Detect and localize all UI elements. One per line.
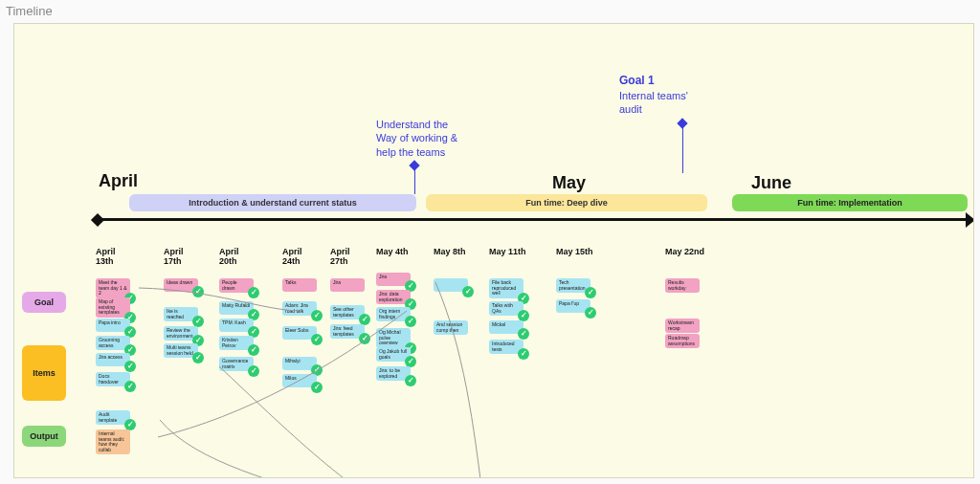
date-header: April 27th <box>330 248 370 267</box>
timeline-card[interactable]: Jira <box>330 278 365 292</box>
check-icon: ✓ <box>462 286 474 297</box>
marker-title: Goal 1 <box>619 74 744 89</box>
check-icon: ✓ <box>124 381 136 392</box>
timeline-card[interactable]: Talks <box>282 278 317 292</box>
timeline-card[interactable]: Jira: feed templates✓ <box>330 324 365 339</box>
legend-items: Items <box>22 345 66 401</box>
date-header: April 24th <box>282 248 323 267</box>
timeline-card[interactable]: Multi teams session held✓ <box>164 343 198 358</box>
phase-bar-implementation: Fun time: Implementation <box>732 194 968 211</box>
marker-text: Understand the Way of working & help the… <box>376 118 491 159</box>
timeline-card[interactable]: Internal teams audit: how they collab <box>96 429 130 454</box>
check-icon: ✓ <box>248 287 259 298</box>
timeline-card[interactable]: Jira✓ <box>376 273 411 286</box>
timeline-card[interactable]: Matty Rufaldi✓ <box>219 301 254 315</box>
timeline-card[interactable]: Meet the team day 1 & 2✓ <box>96 278 130 298</box>
check-icon: ✓ <box>192 286 204 297</box>
check-icon: ✓ <box>585 307 596 319</box>
date-header: May 11th <box>489 248 529 257</box>
timeline-card[interactable]: Tech presentation✓ <box>556 278 590 293</box>
timeline-card[interactable]: Governance matrix✓ <box>219 357 254 371</box>
timeline-card[interactable]: Jira: data exploration✓ <box>376 290 411 304</box>
timeline-card[interactable]: TPM: Kash✓ <box>219 319 254 332</box>
marker-subtext: Internal teams' audit <box>619 89 744 117</box>
timeline-card[interactable]: Mickal✓ <box>489 320 523 334</box>
timeline-card[interactable]: Papa f'up✓ <box>556 299 590 313</box>
date-header: May 8th <box>434 248 474 257</box>
timeline-card[interactable]: Docs handover✓ <box>96 372 130 386</box>
check-icon: ✓ <box>248 344 259 356</box>
date-header: May 15th <box>556 248 596 257</box>
timeline-card[interactable]: Og Michal pulse overview✓ <box>376 328 411 348</box>
month-label-june: June <box>751 173 791 193</box>
date-header: April 17th <box>164 248 204 267</box>
milestone-marker-2: Goal 1 Internal teams' audit <box>619 74 744 116</box>
timeline-card[interactable]: And session comp then <box>434 320 468 335</box>
timeline-card[interactable]: Introduced tests✓ <box>489 340 523 354</box>
check-icon: ✓ <box>311 310 323 321</box>
timeline-board[interactable]: Understand the Way of working & help the… <box>13 23 974 478</box>
timeline-card[interactable]: Audit template✓ <box>96 410 130 425</box>
check-icon: ✓ <box>124 361 136 372</box>
axis-arrow-icon <box>966 212 974 228</box>
check-icon: ✓ <box>518 328 529 340</box>
date-header: April 13th <box>96 248 136 267</box>
check-icon: ✓ <box>192 352 204 363</box>
legend-goal: Goal <box>22 292 66 313</box>
phase-bar-intro: Introduction & understand current status <box>129 194 416 211</box>
check-icon: ✓ <box>248 365 259 377</box>
check-icon: ✓ <box>405 316 416 327</box>
timeline-card[interactable]: Mihalyi✓ <box>282 357 317 370</box>
check-icon: ✓ <box>359 333 370 344</box>
check-icon: ✓ <box>405 375 416 386</box>
timeline-axis <box>99 218 968 221</box>
timeline-card[interactable]: Ike is reached✓ <box>164 307 198 321</box>
timeline-card[interactable]: Kristian Petrov✓ <box>219 336 254 350</box>
timeline-card[interactable]: Milos✓ <box>282 374 317 387</box>
timeline-card[interactable]: Results workday <box>665 278 700 293</box>
timeline-card[interactable]: Review the environment✓ <box>164 326 198 341</box>
timeline-card[interactable]: File back reproduced well✓ <box>489 278 523 298</box>
timeline-card[interactable]: Eleer Subs✓ <box>282 326 317 340</box>
month-label-may: May <box>552 173 586 193</box>
phase-bar-deepdive: Fun time: Deep dive <box>426 194 707 211</box>
panel-title: Timeline <box>6 4 53 18</box>
month-label-april: April <box>99 171 138 191</box>
date-header: April 20th <box>219 248 259 267</box>
timeline-card[interactable]: Grooming access✓ <box>96 336 130 350</box>
timeline-card[interactable]: Org intern findings✓ <box>376 307 411 321</box>
check-icon: ✓ <box>311 334 323 345</box>
timeline-card[interactable]: Adam: Jira road talk✓ <box>282 301 317 316</box>
check-icon: ✓ <box>518 348 529 360</box>
check-icon: ✓ <box>585 287 596 298</box>
timeline-card[interactable]: Og Jakob full goals✓ <box>376 347 411 362</box>
timeline-card[interactable]: Papa intro✓ <box>96 319 130 332</box>
timeline-card[interactable]: Ideas drawn✓ <box>164 278 198 292</box>
milestone-marker-1: Understand the Way of working & help the… <box>376 118 491 159</box>
legend-output: Output <box>22 426 66 447</box>
timeline-card[interactable]: Jira: to be explored✓ <box>376 366 411 381</box>
timeline-card[interactable]: Workstream recap <box>665 319 700 333</box>
timeline-card[interactable]: Map of existing templates✓ <box>96 297 130 318</box>
timeline-card[interactable]: See other templates✓ <box>330 305 365 319</box>
timeline-card[interactable]: ✓ <box>434 278 468 292</box>
timeline-card[interactable]: Roadmap assumptions <box>665 334 700 348</box>
timeline-card[interactable]: Jira access✓ <box>96 353 130 366</box>
app-frame: Timeline Understand the Way of working &… <box>0 0 980 484</box>
timeline-card[interactable]: Talks with QAs✓ <box>489 301 523 316</box>
timeline-card[interactable]: People drawn✓ <box>219 278 254 293</box>
date-header: May 4th <box>376 248 416 257</box>
check-icon: ✓ <box>311 382 323 393</box>
date-header: May 22nd <box>665 248 705 257</box>
